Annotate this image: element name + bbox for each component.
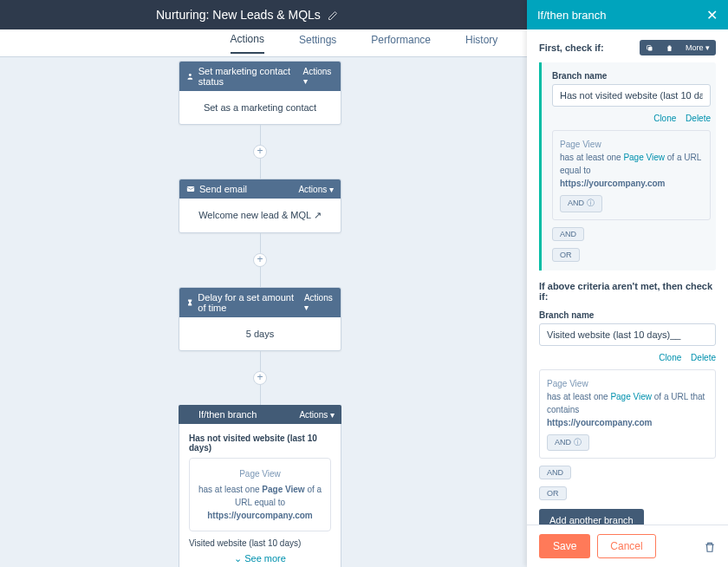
or-pill[interactable]: OR [539, 486, 567, 500]
criteria-box[interactable]: Page View has at least one Page View of … [539, 369, 716, 459]
criteria-box: Page View has at least one Page View of … [189, 458, 331, 531]
delete-link[interactable]: Delete [686, 114, 711, 123]
add-step-button[interactable]: + [253, 145, 267, 159]
branch-name-input[interactable] [539, 323, 716, 346]
and-pill[interactable]: AND [539, 466, 571, 479]
panel-footer: Save Cancel [527, 525, 728, 567]
copy-icon [646, 44, 653, 52]
tab-settings[interactable]: Settings [299, 34, 336, 53]
node-actions-menu[interactable]: Actions ▾ [299, 410, 335, 420]
and-pill[interactable]: AND [547, 434, 589, 452]
workflow-title: Nurturing: New Leads & MQLs [156, 8, 321, 22]
delete-button[interactable] [660, 40, 679, 55]
trash-icon[interactable] [704, 539, 716, 553]
node-actions-menu[interactable]: Actions ▾ [304, 293, 334, 312]
branch-2: Branch name Clone Delete Page View has a… [539, 310, 716, 510]
cancel-button[interactable]: Cancel [597, 534, 655, 558]
branch-condition-b: Visited website (last 10 days) [189, 538, 331, 548]
trash-icon [666, 44, 673, 52]
add-step-button[interactable]: + [253, 253, 267, 267]
copy-button[interactable] [640, 40, 660, 55]
node-contact-status[interactable]: Set marketing contact status Actions ▾ S… [179, 61, 341, 125]
or-pill[interactable]: OR [552, 248, 580, 262]
branch-condition-a: Has not visited website (last 10 days) [189, 433, 331, 453]
see-more-link[interactable]: ⌄ See more [189, 553, 331, 564]
branch-1: Branch name Clone Delete Page View has a… [539, 62, 716, 270]
close-icon[interactable]: ✕ [706, 7, 718, 23]
panel-title: If/then branch [537, 9, 607, 22]
node-body-text: 5 days [179, 317, 341, 350]
node-if-then-branch[interactable]: If/then branch Actions ▾ Has not visited… [179, 405, 341, 567]
panel-toolbar: More ▾ [640, 40, 716, 55]
tab-actions[interactable]: Actions [231, 33, 264, 54]
hourglass-icon [186, 298, 193, 307]
tab-performance[interactable]: Performance [371, 34, 431, 53]
node-send-email[interactable]: Send email Actions ▾ Welcome new lead & … [179, 179, 341, 233]
add-step-button[interactable]: + [253, 371, 267, 385]
branch-name-input[interactable] [552, 84, 711, 107]
and-pill[interactable]: AND [552, 227, 584, 241]
clone-link[interactable]: Clone [659, 353, 681, 362]
add-another-branch-button[interactable]: Add another branch [539, 509, 644, 525]
person-icon [186, 72, 194, 81]
check-if-label: First, check if: [539, 42, 604, 53]
tab-history[interactable]: History [465, 34, 497, 53]
secondary-label: If above criteria aren't met, then check… [539, 281, 716, 302]
delete-link[interactable]: Delete [691, 353, 716, 362]
workflow-canvas[interactable]: Set marketing contact status Actions ▾ S… [0, 57, 520, 567]
branch-icon [185, 410, 194, 419]
more-button[interactable]: More ▾ [679, 40, 716, 55]
and-pill[interactable]: AND [560, 195, 602, 212]
branch-name-label: Branch name [552, 71, 711, 81]
svg-point-0 [189, 74, 192, 76]
mail-icon [186, 185, 195, 193]
side-panel: If/then branch ✕ First, check if: More ▾… [527, 0, 728, 567]
pencil-icon[interactable] [328, 8, 338, 22]
email-link[interactable]: Welcome new lead & MQL ↗ [179, 199, 341, 232]
panel-header: If/then branch ✕ [527, 0, 728, 29]
svg-rect-1 [187, 186, 194, 192]
criteria-box[interactable]: Page View has at least one Page View of … [552, 130, 711, 220]
svg-rect-2 [648, 47, 653, 51]
node-body-text: Set as a marketing contact [179, 91, 341, 124]
node-actions-menu[interactable]: Actions ▾ [303, 67, 334, 86]
save-button[interactable]: Save [539, 534, 590, 558]
branch-name-label: Branch name [539, 310, 716, 320]
node-delay[interactable]: Delay for a set amount of time Actions ▾… [179, 287, 341, 351]
clone-link[interactable]: Clone [653, 114, 676, 123]
node-actions-menu[interactable]: Actions ▾ [298, 185, 334, 194]
